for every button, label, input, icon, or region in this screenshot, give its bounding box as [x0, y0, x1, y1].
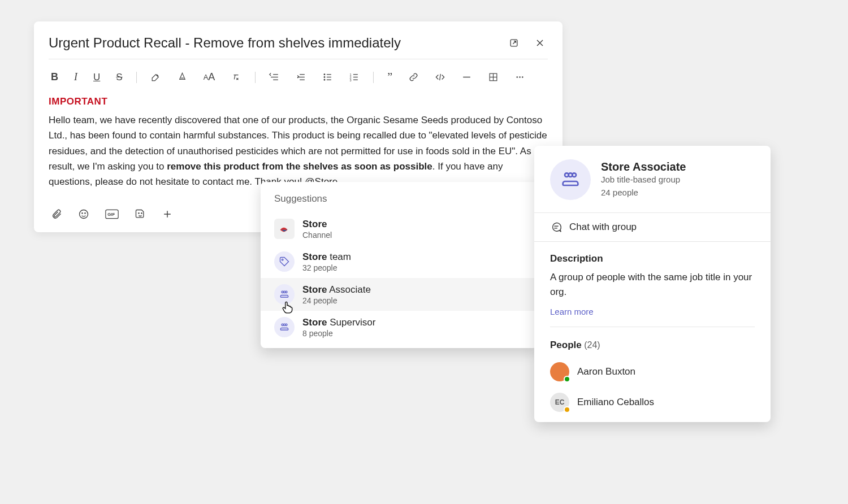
table-button[interactable] — [486, 69, 501, 85]
message-body[interactable]: IMPORTANT Hello team, we have recently d… — [49, 94, 548, 189]
compose-title: Urgent Product Recall - Remove from shel… — [49, 35, 401, 51]
svg-point-27 — [80, 210, 88, 219]
font-size-button[interactable]: AA — [201, 69, 218, 85]
description-text: A group of people with the same job titl… — [550, 270, 755, 299]
group-avatar-icon — [550, 159, 591, 200]
svg-text:3: 3 — [350, 79, 352, 82]
body-bold: remove this product from the shelves as … — [167, 161, 432, 172]
mention-suggestions-popup: Suggestions StoreChannelStore team32 peo… — [261, 182, 538, 348]
underline-button[interactable]: U — [91, 69, 102, 85]
person-name: Emiliano Ceballos — [577, 397, 654, 408]
person-avatar: EC — [550, 393, 569, 412]
people-heading-row: People (24) — [550, 340, 755, 351]
hr-button[interactable] — [459, 69, 474, 85]
description-heading: Description — [550, 253, 755, 264]
tag-icon — [274, 251, 295, 272]
suggestion-item[interactable]: Store Associate24 people — [261, 278, 538, 311]
learn-more-link[interactable]: Learn more — [550, 307, 755, 327]
suggestion-label: Store Associate — [302, 284, 371, 296]
attach-button[interactable] — [49, 206, 64, 222]
format-toolbar: B I U S AA 123 ” — [49, 59, 548, 94]
group-subtitle-1: Job title-based group — [601, 173, 686, 186]
suggestion-item[interactable]: Store team32 people — [261, 245, 538, 278]
group-icon — [274, 284, 295, 305]
separator — [136, 72, 137, 83]
chat-with-group-label: Chat with group — [569, 221, 637, 233]
chat-icon — [550, 221, 563, 233]
group-subtitle-2: 24 people — [601, 186, 686, 199]
font-color-button[interactable] — [175, 69, 190, 85]
svg-point-39 — [283, 291, 285, 293]
separator — [255, 72, 256, 83]
people-heading: People — [550, 340, 582, 350]
strike-button[interactable]: S — [114, 69, 124, 85]
svg-point-10 — [324, 79, 325, 80]
bold-button[interactable]: B — [49, 69, 60, 85]
person-row[interactable]: ECEmiliano Ceballos — [550, 387, 755, 418]
sticker-button[interactable] — [132, 206, 148, 222]
svg-point-9 — [324, 77, 325, 78]
people-section: People (24) Aaron BuxtonECEmiliano Cebal… — [534, 332, 771, 422]
svg-point-26 — [522, 76, 523, 78]
suggestion-label: Store — [302, 218, 332, 231]
suggestion-item[interactable]: Store Supervisor8 people — [261, 311, 538, 344]
svg-point-28 — [82, 213, 83, 214]
group-icon — [274, 317, 295, 337]
suggestion-subtitle: 32 people — [302, 263, 351, 272]
svg-point-45 — [569, 173, 573, 177]
more-button[interactable] — [512, 69, 527, 85]
svg-point-32 — [139, 213, 139, 214]
svg-point-8 — [324, 74, 325, 75]
svg-point-33 — [141, 213, 142, 214]
group-header: Store Associate Job title-based group 24… — [534, 146, 771, 212]
outdent-button[interactable] — [267, 69, 282, 85]
people-count: (24) — [584, 340, 600, 350]
chat-with-group-button[interactable]: Chat with group — [534, 212, 771, 242]
indent-button[interactable] — [293, 69, 309, 85]
link-button[interactable] — [406, 69, 421, 85]
code-button[interactable] — [432, 69, 448, 85]
suggestion-subtitle: 8 people — [302, 329, 375, 338]
suggestion-subtitle: 24 people — [302, 296, 371, 305]
add-action-button[interactable] — [159, 206, 175, 222]
svg-point-24 — [517, 76, 518, 78]
important-tag: IMPORTANT — [49, 94, 548, 109]
emoji-button[interactable] — [76, 206, 92, 222]
suggestion-label: Store Supervisor — [302, 316, 375, 329]
suggestion-item[interactable]: StoreChannel — [261, 212, 538, 245]
body-text: Hello team, we have recently discovered … — [49, 112, 548, 189]
close-button[interactable] — [532, 35, 548, 51]
description-section: Description A group of people with the s… — [534, 242, 771, 332]
svg-point-36 — [282, 259, 283, 261]
quote-button[interactable]: ” — [385, 68, 395, 86]
compose-header: Urgent Product Recall - Remove from shel… — [49, 35, 548, 59]
bullet-list-button[interactable] — [320, 69, 335, 85]
popout-button[interactable] — [506, 35, 522, 51]
group-title: Store Associate — [601, 160, 686, 173]
separator — [373, 72, 374, 83]
svg-point-42 — [283, 324, 285, 325]
clear-format-button[interactable] — [228, 69, 244, 85]
suggestion-label: Store team — [302, 251, 351, 263]
suggestion-subtitle: Channel — [302, 231, 332, 240]
person-row[interactable]: Aaron Buxton — [550, 357, 755, 387]
svg-point-25 — [519, 76, 521, 78]
numbered-list-button[interactable]: 123 — [347, 69, 362, 85]
suggestions-heading: Suggestions — [261, 182, 538, 212]
italic-button[interactable]: I — [72, 69, 80, 85]
presence-indicator — [564, 406, 570, 413]
channel-icon — [274, 219, 295, 239]
header-actions — [506, 35, 548, 51]
highlight-button[interactable] — [148, 69, 163, 85]
svg-text:GIF: GIF — [107, 212, 115, 218]
presence-indicator — [564, 376, 570, 383]
gif-button[interactable]: GIF — [103, 206, 121, 222]
person-avatar — [550, 362, 569, 381]
group-detail-card: Store Associate Job title-based group 24… — [534, 146, 771, 422]
svg-point-29 — [85, 213, 85, 214]
person-name: Aaron Buxton — [577, 366, 635, 377]
